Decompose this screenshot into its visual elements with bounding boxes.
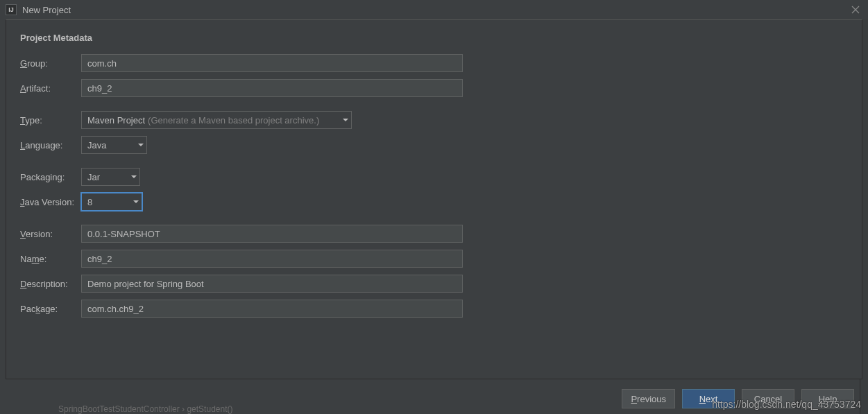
section-title: Project Metadata [20, 33, 848, 43]
row-version: Version: [20, 225, 848, 243]
previous-button[interactable]: Previous [622, 389, 675, 408]
packaging-combobox[interactable]: Jar [81, 168, 140, 186]
help-button[interactable]: Help [801, 389, 854, 408]
java-version-combobox[interactable]: 8 [81, 193, 142, 211]
label-artifact: Artifact: [20, 83, 81, 94]
label-name: Name: [20, 254, 81, 264]
row-type: Type: Maven Project (Generate a Maven ba… [20, 111, 848, 129]
app-icon: IJ [6, 4, 17, 15]
close-button[interactable] [849, 3, 862, 17]
row-name: Name: [20, 250, 848, 268]
description-input[interactable] [81, 275, 463, 293]
row-java-version: Java Version: 8 [20, 193, 848, 211]
label-packaging: Packaging: [20, 172, 81, 182]
chevron-down-icon [343, 119, 348, 121]
type-hint: (Generate a Maven based project archive.… [148, 115, 319, 126]
titlebar: IJ New Project [0, 0, 868, 19]
label-group: Group: [20, 58, 81, 69]
label-package: Package: [20, 304, 81, 314]
row-group: Group: [20, 54, 848, 72]
row-artifact: Artifact: [20, 79, 848, 97]
row-package: Package: [20, 300, 848, 318]
row-description: Description: [20, 275, 848, 293]
row-packaging: Packaging: Jar [20, 168, 848, 186]
button-bar: Previous Next Cancel Help [622, 389, 854, 408]
java-version-value: 8 [87, 197, 92, 207]
label-type: Type: [20, 115, 81, 126]
language-combobox[interactable]: Java [81, 136, 147, 154]
language-value: Java [87, 140, 106, 150]
label-java-version: Java Version: [20, 197, 81, 207]
artifact-input[interactable] [81, 79, 463, 97]
group-input[interactable] [81, 54, 463, 72]
row-language: Language: Java [20, 136, 848, 154]
cancel-button[interactable]: Cancel [742, 389, 794, 408]
type-value: Maven Project [87, 115, 145, 126]
label-language: Language: [20, 140, 81, 150]
background-breadcrumb: SpringBootTestStudentController › getStu… [58, 404, 232, 414]
label-description: Description: [20, 279, 81, 289]
packaging-value: Jar [87, 172, 100, 182]
package-input[interactable] [81, 300, 463, 318]
close-icon [851, 6, 860, 14]
next-button[interactable]: Next [682, 389, 735, 408]
chevron-down-icon [138, 144, 144, 146]
version-input[interactable] [81, 225, 463, 243]
chevron-down-icon [133, 200, 139, 203]
name-input[interactable] [81, 250, 463, 268]
window-title: New Project [22, 5, 71, 15]
label-version: Version: [20, 229, 81, 239]
type-combobox[interactable]: Maven Project (Generate a Maven based pr… [81, 111, 352, 129]
dialog-body: Project Metadata Group: Artifact: Type: … [6, 19, 862, 379]
chevron-down-icon [131, 175, 137, 178]
